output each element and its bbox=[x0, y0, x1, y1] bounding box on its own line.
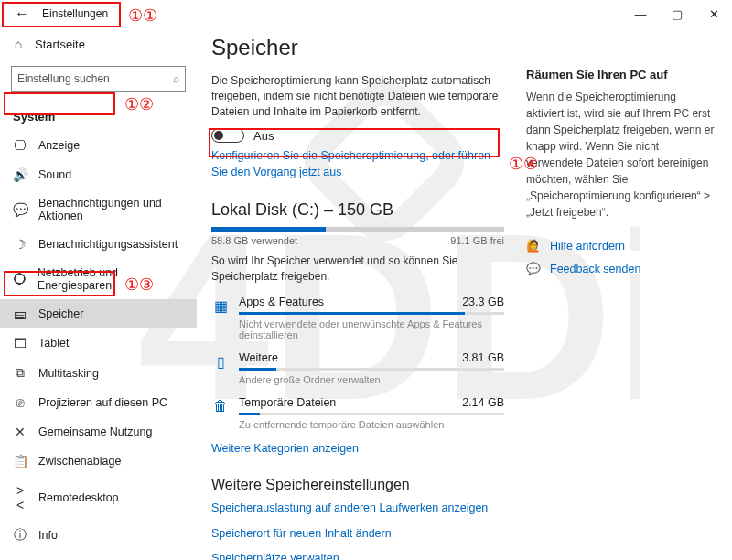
main-column: Speicher Die Speicheroptimierung kann Sp… bbox=[211, 27, 504, 560]
maximize-button[interactable]: ▢ bbox=[659, 0, 695, 27]
aside-title: Räumen Sie Ihren PC auf bbox=[526, 68, 716, 81]
sidebar-item-label: Netzbetrieb und Energiesparen bbox=[38, 266, 184, 292]
sidebar-category: System bbox=[0, 104, 197, 131]
sidebar-item-zwischenablage[interactable]: 📋Zwischenablage bbox=[0, 447, 197, 476]
sidebar-item-tablet[interactable]: 🗔Tablet bbox=[0, 328, 197, 358]
titlebar: ← Einstellungen — ▢ ✕ bbox=[0, 0, 732, 27]
search-placeholder: Einstellung suchen bbox=[17, 72, 110, 85]
minimize-button[interactable]: — bbox=[622, 0, 659, 27]
storage-category[interactable]: ▯Weitere3.81 GBAndere große Ordner verwa… bbox=[211, 351, 504, 385]
storage-category-size: 2.14 GB bbox=[462, 396, 504, 409]
aside-column: Räumen Sie Ihren PC auf Wenn die Speiche… bbox=[526, 27, 723, 560]
storage-category-size: 23.3 GB bbox=[462, 296, 504, 308]
storage-category[interactable]: 🗑Temporäre Dateien2.14 GBZu entfernende … bbox=[211, 396, 504, 430]
more-settings-link[interactable]: Speicherauslastung auf anderen Laufwerke… bbox=[211, 501, 504, 517]
window-title: Einstellungen bbox=[37, 7, 108, 20]
sidebar-item-multitasking[interactable]: ⧉Multitasking bbox=[0, 358, 197, 388]
display-icon: 🖵 bbox=[13, 138, 27, 153]
sidebar-item-projizieren-auf-diesen-pc[interactable]: ⎚Projizieren auf diesen PC bbox=[0, 388, 197, 417]
sidebar-item-label: Anzeige bbox=[38, 139, 80, 152]
feedback-label: Feedback senden bbox=[550, 263, 640, 275]
sidebar-item-netzbetrieb-und-energiesparen[interactable]: 🞆Netzbetrieb und Energiesparen bbox=[0, 259, 197, 299]
search-input[interactable]: Einstellung suchen ⌕ bbox=[11, 66, 186, 92]
multitasking-icon: ⧉ bbox=[13, 365, 27, 381]
focus-assist-icon: ☽ bbox=[13, 237, 27, 252]
shared-icon: ✕ bbox=[13, 425, 27, 439]
home-link[interactable]: ⌂ Startseite bbox=[0, 31, 197, 57]
sidebar-item-remotedesktop[interactable]: ><Remotedesktop bbox=[0, 476, 197, 520]
sidebar-item-label: Sound bbox=[38, 168, 71, 181]
feedback-link[interactable]: 💬 Feedback senden bbox=[526, 262, 716, 275]
home-label: Startseite bbox=[35, 38, 85, 51]
temp-icon: 🗑 bbox=[211, 396, 230, 430]
storage-category-name: Apps & Features bbox=[239, 296, 324, 308]
sidebar-item-gemeinsame-nutzung[interactable]: ✕Gemeinsame Nutzung bbox=[0, 417, 197, 447]
sound-icon: 🔊 bbox=[13, 167, 27, 182]
project-icon: ⎚ bbox=[13, 395, 27, 410]
more-settings-link[interactable]: Speicherplätze verwalten bbox=[211, 551, 504, 560]
help-label: Hilfe anfordern bbox=[550, 240, 625, 253]
configure-storage-sense-link[interactable]: Konfigurieren Sie die Speicheroptimierun… bbox=[211, 148, 504, 180]
home-icon: ⌂ bbox=[11, 37, 26, 51]
other-icon: ▯ bbox=[211, 351, 230, 385]
sidebar-item-sound[interactable]: 🔊Sound bbox=[0, 160, 197, 189]
storage-category[interactable]: ▦Apps & Features23.3 GBNicht verwendete … bbox=[211, 296, 504, 340]
sidebar-item-label: Speicher bbox=[38, 307, 83, 320]
storage-sense-description: Die Speicheroptimierung kann Speicherpla… bbox=[211, 73, 504, 119]
power-icon: 🞆 bbox=[13, 272, 27, 286]
remote-icon: >< bbox=[13, 483, 27, 512]
page-title: Speicher bbox=[211, 35, 504, 60]
search-icon: ⌕ bbox=[173, 72, 179, 85]
tablet-icon: 🗔 bbox=[13, 336, 27, 350]
show-more-categories-link[interactable]: Weitere Kategorien anzeigen bbox=[211, 441, 504, 458]
sidebar-item-benachrichtigungen-und-aktionen[interactable]: 💬Benachrichtigungen und Aktionen bbox=[0, 189, 197, 230]
sidebar-item-label: Benachrichtigungsassistent bbox=[38, 238, 178, 251]
toggle-state-label: Aus bbox=[253, 129, 274, 143]
clipboard-icon: 📋 bbox=[13, 454, 27, 468]
window-controls: — ▢ ✕ bbox=[622, 0, 732, 27]
storage-sense-toggle[interactable] bbox=[211, 128, 244, 143]
storage-category-name: Weitere bbox=[239, 351, 278, 364]
sidebar-item-speicher[interactable]: 🖴Speicher bbox=[0, 299, 197, 328]
aside-body: Wenn die Speicheroptimierung aktiviert i… bbox=[526, 89, 716, 221]
storage-category-name: Temporäre Dateien bbox=[239, 396, 336, 409]
help-link[interactable]: 🙋 Hilfe anfordern bbox=[526, 239, 716, 253]
sidebar-item-label: Benachrichtigungen und Aktionen bbox=[38, 197, 184, 222]
storage-category-bar bbox=[239, 413, 504, 415]
more-settings-title: Weitere Speichereinstellungen bbox=[211, 477, 504, 493]
sidebar-item-label: Tablet bbox=[38, 337, 69, 350]
storage-category-size: 3.81 GB bbox=[462, 351, 504, 364]
disk-title: Lokal Disk (C:) – 150 GB bbox=[211, 200, 504, 220]
info-icon: ⓘ bbox=[13, 527, 27, 544]
help-icon: 🙋 bbox=[526, 239, 541, 253]
sidebar-item-label: Gemeinsame Nutzung bbox=[38, 425, 152, 438]
disk-used-label: 58.8 GB verwendet bbox=[211, 235, 297, 246]
disk-usage-bar bbox=[211, 227, 504, 232]
storage-category-sub: Andere große Ordner verwalten bbox=[239, 374, 504, 385]
sidebar: ⌂ Startseite Einstellung suchen ⌕ System… bbox=[0, 27, 197, 560]
close-button[interactable]: ✕ bbox=[695, 0, 732, 27]
apps-icon: ▦ bbox=[211, 296, 230, 340]
disk-free-label: 91.1 GB frei bbox=[450, 235, 504, 246]
sidebar-item-label: Projizieren auf diesen PC bbox=[38, 396, 167, 409]
storage-icon: 🖴 bbox=[13, 307, 27, 321]
sidebar-item-label: Multitasking bbox=[38, 367, 99, 380]
back-icon[interactable]: ← bbox=[7, 5, 37, 22]
storage-category-bar bbox=[239, 312, 504, 315]
sidebar-item-info[interactable]: ⓘInfo bbox=[0, 520, 197, 551]
sidebar-item-benachrichtigungsassistent[interactable]: ☽Benachrichtigungsassistent bbox=[0, 230, 197, 259]
sidebar-item-label: Remotedesktop bbox=[38, 491, 119, 504]
storage-category-sub: Zu entfernende temporäre Dateien auswähl… bbox=[239, 419, 504, 430]
disk-subtext: So wird Ihr Speicher verwendet und so kö… bbox=[211, 253, 504, 285]
more-settings-link[interactable]: Speicherort für neuen Inhalt ändern bbox=[211, 526, 504, 543]
notifications-icon: 💬 bbox=[13, 202, 27, 217]
sidebar-item-anzeige[interactable]: 🖵Anzeige bbox=[0, 131, 197, 160]
storage-category-sub: Nicht verwendete oder unerwünschte Apps … bbox=[239, 318, 504, 340]
feedback-icon: 💬 bbox=[526, 262, 541, 275]
sidebar-item-label: Zwischenablage bbox=[38, 455, 121, 468]
sidebar-item-label: Info bbox=[38, 529, 58, 542]
storage-category-bar bbox=[239, 368, 504, 371]
